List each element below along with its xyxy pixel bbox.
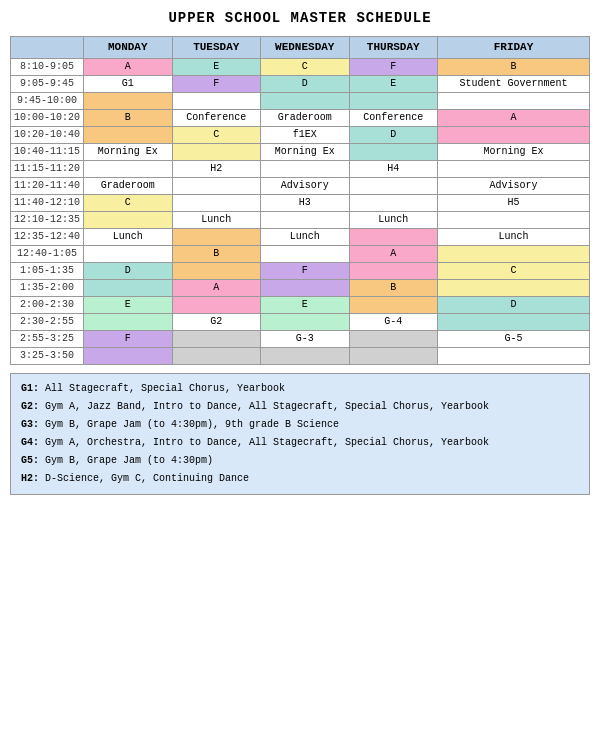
table-row: 12:40-1:05BA bbox=[11, 246, 590, 263]
schedule-cell bbox=[84, 212, 173, 229]
page-title: UPPER SCHOOL MASTER SCHEDULE bbox=[10, 10, 590, 26]
schedule-cell: H5 bbox=[438, 195, 590, 212]
time-cell: 9:05-9:45 bbox=[11, 76, 84, 93]
schedule-cell bbox=[172, 93, 261, 110]
schedule-cell: Advisory bbox=[438, 178, 590, 195]
table-row: 9:05-9:45G1FDEStudent Government bbox=[11, 76, 590, 93]
schedule-cell bbox=[261, 93, 350, 110]
legend-key: G4: bbox=[21, 437, 39, 448]
day-header-wednesday: WEDNESDAY bbox=[261, 37, 350, 59]
schedule-cell: F bbox=[172, 76, 261, 93]
schedule-cell bbox=[349, 144, 438, 161]
time-cell: 11:15-11:20 bbox=[11, 161, 84, 178]
schedule-cell: Morning Ex bbox=[84, 144, 173, 161]
legend-item: G4: Gym A, Orchestra, Intro to Dance, Al… bbox=[21, 434, 579, 451]
time-cell: 10:00-10:20 bbox=[11, 110, 84, 127]
schedule-cell bbox=[84, 348, 173, 365]
time-cell: 9:45-10:00 bbox=[11, 93, 84, 110]
legend-item: G5: Gym B, Grape Jam (to 4:30pm) bbox=[21, 452, 579, 469]
schedule-cell bbox=[349, 229, 438, 246]
schedule-cell bbox=[438, 348, 590, 365]
schedule-cell: A bbox=[84, 59, 173, 76]
schedule-cell: Graderoom bbox=[261, 110, 350, 127]
legend-key: G1: bbox=[21, 383, 39, 394]
legend-item: G3: Gym B, Grape Jam (to 4:30pm), 9th gr… bbox=[21, 416, 579, 433]
day-header-friday: FRIDAY bbox=[438, 37, 590, 59]
table-row: 10:20-10:40Cf1EXD bbox=[11, 127, 590, 144]
schedule-cell: E bbox=[84, 297, 173, 314]
schedule-cell bbox=[349, 331, 438, 348]
schedule-cell bbox=[349, 93, 438, 110]
legend-key: G3: bbox=[21, 419, 39, 430]
table-row: 11:40-12:10CH3H5 bbox=[11, 195, 590, 212]
legend-item: G1: All Stagecraft, Special Chorus, Year… bbox=[21, 380, 579, 397]
time-cell: 2:00-2:30 bbox=[11, 297, 84, 314]
table-row: 11:20-11:40GraderoomAdvisoryAdvisory bbox=[11, 178, 590, 195]
table-row: 9:45-10:00 bbox=[11, 93, 590, 110]
schedule-cell: G-5 bbox=[438, 331, 590, 348]
schedule-cell: Lunch bbox=[84, 229, 173, 246]
table-row: 10:40-11:15Morning ExMorning ExMorning E… bbox=[11, 144, 590, 161]
table-row: 8:10-9:05AECFB bbox=[11, 59, 590, 76]
legend-key: G5: bbox=[21, 455, 39, 466]
time-cell: 1:05-1:35 bbox=[11, 263, 84, 280]
schedule-cell: H2 bbox=[172, 161, 261, 178]
schedule-cell bbox=[261, 348, 350, 365]
schedule-cell: E bbox=[261, 297, 350, 314]
legend-item: G2: Gym A, Jazz Band, Intro to Dance, Al… bbox=[21, 398, 579, 415]
schedule-cell: C bbox=[172, 127, 261, 144]
schedule-cell: C bbox=[261, 59, 350, 76]
time-cell: 11:40-12:10 bbox=[11, 195, 84, 212]
schedule-cell bbox=[349, 348, 438, 365]
schedule-cell bbox=[349, 195, 438, 212]
time-cell: 2:30-2:55 bbox=[11, 314, 84, 331]
schedule-cell bbox=[172, 195, 261, 212]
time-cell: 2:55-3:25 bbox=[11, 331, 84, 348]
table-row: 2:00-2:30EED bbox=[11, 297, 590, 314]
time-cell: 1:35-2:00 bbox=[11, 280, 84, 297]
schedule-cell: F bbox=[261, 263, 350, 280]
schedule-cell: Morning Ex bbox=[438, 144, 590, 161]
schedule-cell: D bbox=[84, 263, 173, 280]
time-header bbox=[11, 37, 84, 59]
schedule-cell: Advisory bbox=[261, 178, 350, 195]
schedule-cell bbox=[438, 212, 590, 229]
schedule-cell: F bbox=[349, 59, 438, 76]
schedule-cell bbox=[172, 178, 261, 195]
schedule-cell: G1 bbox=[84, 76, 173, 93]
legend-key: H2: bbox=[21, 473, 39, 484]
schedule-cell: B bbox=[172, 246, 261, 263]
schedule-cell bbox=[261, 280, 350, 297]
schedule-cell bbox=[349, 297, 438, 314]
schedule-cell bbox=[172, 297, 261, 314]
schedule-cell bbox=[438, 93, 590, 110]
day-header-thursday: THURSDAY bbox=[349, 37, 438, 59]
schedule-cell bbox=[438, 127, 590, 144]
table-row: 12:10-12:35LunchLunch bbox=[11, 212, 590, 229]
schedule-cell bbox=[172, 331, 261, 348]
schedule-table: MONDAYTUESDAYWEDNESDAYTHURSDAYFRIDAY 8:1… bbox=[10, 36, 590, 365]
schedule-cell: Student Government bbox=[438, 76, 590, 93]
schedule-cell: E bbox=[172, 59, 261, 76]
schedule-cell bbox=[84, 246, 173, 263]
schedule-cell bbox=[349, 178, 438, 195]
schedule-cell bbox=[84, 93, 173, 110]
schedule-cell: G-4 bbox=[349, 314, 438, 331]
table-row: 2:30-2:55G2G-4 bbox=[11, 314, 590, 331]
schedule-cell: F bbox=[84, 331, 173, 348]
schedule-cell: C bbox=[84, 195, 173, 212]
schedule-cell bbox=[261, 314, 350, 331]
schedule-cell bbox=[438, 280, 590, 297]
schedule-cell bbox=[84, 280, 173, 297]
time-cell: 3:25-3:50 bbox=[11, 348, 84, 365]
schedule-cell: E bbox=[349, 76, 438, 93]
table-row: 3:25-3:50 bbox=[11, 348, 590, 365]
time-cell: 11:20-11:40 bbox=[11, 178, 84, 195]
schedule-cell bbox=[84, 127, 173, 144]
schedule-cell: Conference bbox=[349, 110, 438, 127]
schedule-cell bbox=[261, 212, 350, 229]
table-row: 10:00-10:20BConferenceGraderoomConferenc… bbox=[11, 110, 590, 127]
legend-key: G2: bbox=[21, 401, 39, 412]
schedule-cell: B bbox=[349, 280, 438, 297]
schedule-cell bbox=[172, 348, 261, 365]
